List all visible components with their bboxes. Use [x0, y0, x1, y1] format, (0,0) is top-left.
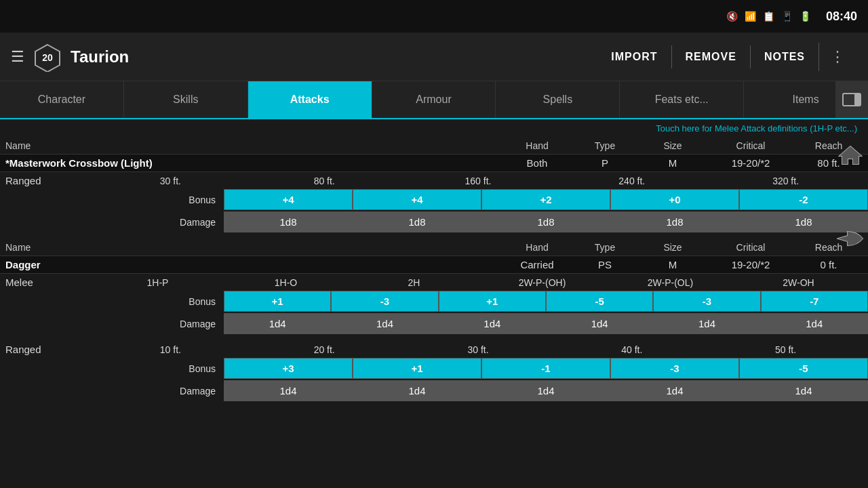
- weapon2-ranged-range-2: 30 ft.: [401, 344, 555, 355]
- weapon2-block: Name Hand Type Size Critical Reach Dagge…: [0, 239, 868, 401]
- weapon2-melee-type: Melee 1H-P 1H-O 2H 2W-P-(OH) 2W-P-(OL) 2…: [0, 274, 868, 291]
- weapon2-ranged-label: Ranged: [5, 344, 94, 355]
- weapon2-ranged-bonus-cells: +3 +1 -1 -3 -5: [224, 358, 868, 379]
- weapon1-damage-row: Damage 1d8 1d8 1d8 1d8 1d8: [0, 211, 868, 232]
- weapon2-ranged-bonus-0[interactable]: +3: [224, 358, 353, 379]
- weapon2-melee-bonus-cells: +1 -3 +1 -5 -3 -7: [224, 291, 868, 312]
- col2-header-type: Type: [571, 242, 639, 253]
- col-header-size: Size: [639, 140, 707, 151]
- weapon2-ranged-damage-row: Damage 1d4 1d4 1d4 1d4 1d4: [0, 380, 868, 401]
- battery-icon: 🔋: [800, 11, 811, 22]
- weapon1-range-type: Ranged 30 ft. 80 ft. 160 ft. 240 ft. 320…: [0, 172, 868, 189]
- weapon2-melee-types: 1H-P 1H-O 2H 2W-P-(OH) 2W-P-(OL) 2W-OH: [94, 277, 863, 288]
- app-bar: ☰ 20 Taurion IMPORT REMOVE NOTES ⋮: [0, 33, 868, 81]
- weapon2-ranged-bonus-3[interactable]: -3: [610, 358, 739, 379]
- weapon2-melee-type-0: 1H-P: [94, 277, 222, 288]
- menu-icon[interactable]: ☰: [11, 48, 24, 66]
- tabs-bar: Character Skills Attacks Armour Spells F…: [0, 81, 868, 119]
- weapon2-ranged-range-3: 40 ft.: [555, 344, 709, 355]
- weapon2-melee-damage-row: Damage 1d4 1d4 1d4 1d4 1d4 1d4: [0, 313, 868, 334]
- weapon2-melee-damage-1[interactable]: 1d4: [331, 313, 438, 334]
- weapon1-bonus-2[interactable]: +2: [481, 189, 610, 210]
- weapon2-melee-damage-2[interactable]: 1d4: [439, 313, 546, 334]
- weapon2-ranged-range-4: 50 ft.: [709, 344, 863, 355]
- weapon2-info[interactable]: Dagger Carried PS M 19-20/*2 0 ft.: [0, 256, 868, 274]
- character-name: Taurion: [71, 47, 597, 66]
- weapon2-melee-bonus-1[interactable]: -3: [331, 291, 438, 312]
- weapon2-type: PS: [571, 259, 639, 270]
- weapon2-melee-bonus-2[interactable]: +1: [439, 291, 546, 312]
- weapon1-range-1: 80 ft.: [248, 176, 401, 186]
- import-button[interactable]: IMPORT: [597, 45, 671, 68]
- status-bar: 🔇 📶 📋 📱 🔋 08:40: [0, 0, 868, 33]
- wifi-icon: 📶: [745, 11, 756, 22]
- weapon2-ranged-bonus-2[interactable]: -1: [481, 358, 610, 379]
- status-time: 08:40: [826, 9, 857, 24]
- weapon2-melee-type-3: 2W-P-(OH): [478, 277, 606, 288]
- mute-icon: 🔇: [726, 11, 738, 22]
- weapon1-info[interactable]: *Masterwork Crossbow (Light) Both P M 19…: [0, 155, 868, 172]
- weapon1-damage-label: Damage: [0, 217, 224, 228]
- weapon2-melee-bonus-3[interactable]: -5: [546, 291, 653, 312]
- weapon1-bonus-label: Bonus: [0, 195, 224, 205]
- svg-marker-5: [840, 146, 861, 164]
- col-header-type: Type: [571, 140, 639, 151]
- melee-hint[interactable]: Touch here for Melee Attack definitions …: [0, 119, 868, 138]
- weapon1-bonus-cells: +4 +4 +2 +0 -2: [224, 189, 868, 210]
- weapon2-melee-bonus-0[interactable]: +1: [224, 291, 331, 312]
- section-divider-2: [0, 336, 868, 341]
- weapon1-damage-3[interactable]: 1d8: [610, 211, 739, 232]
- notes-button[interactable]: NOTES: [750, 45, 818, 68]
- weapon2-melee-damage-3[interactable]: 1d4: [546, 313, 653, 334]
- tab-armour[interactable]: Armour: [372, 81, 496, 118]
- weapon1-bonus-3[interactable]: +0: [610, 189, 739, 210]
- main-content: Touch here for Melee Attack definitions …: [0, 119, 868, 488]
- weapon1-bonus-1[interactable]: +4: [353, 189, 481, 210]
- weapon1-block: Name Hand Type Size Critical Reach *Mast…: [0, 138, 868, 232]
- weapon2-ranged-damage-cells: 1d4 1d4 1d4 1d4 1d4: [224, 380, 868, 401]
- weapon2-melee-bonus-row: Bonus +1 -3 +1 -5 -3 -7: [0, 291, 868, 312]
- weapon2-reach: 0 ft.: [795, 259, 863, 270]
- weapon2-melee-type-5: 2W-OH: [734, 277, 863, 288]
- weapon2-ranged-damage-2[interactable]: 1d4: [481, 380, 610, 401]
- weapon1-attack-type: Ranged: [5, 175, 94, 186]
- weapon2-melee-bonus-5[interactable]: -7: [761, 291, 868, 312]
- weapon2-melee-type-1: 1H-O: [222, 277, 350, 288]
- attacks-content: Touch here for Melee Attack definitions …: [0, 119, 868, 401]
- col2-header-critical: Critical: [707, 242, 795, 253]
- tab-attacks[interactable]: Attacks: [248, 81, 372, 118]
- weapon2-ranged-damage-4[interactable]: 1d4: [739, 380, 868, 401]
- tab-character[interactable]: Character: [0, 81, 124, 118]
- weapon2-melee-damage-label: Damage: [0, 319, 224, 329]
- weapon2-ranged-bonus-row: Bonus +3 +1 -1 -3 -5: [0, 358, 868, 379]
- sidebar-toggle-icon[interactable]: [835, 81, 868, 118]
- weapon2-ranged-damage-1[interactable]: 1d4: [353, 380, 481, 401]
- weapon2-ranged-bonus-4[interactable]: -5: [739, 358, 868, 379]
- weapon2-melee-label: Melee: [5, 277, 94, 288]
- weapon1-damage-2[interactable]: 1d8: [481, 211, 610, 232]
- weapon2-ranged-damage-0[interactable]: 1d4: [224, 380, 353, 401]
- right-panel: [833, 119, 868, 253]
- weapon2-ranged-range-0: 10 ft.: [94, 344, 248, 355]
- home-icon[interactable]: [835, 140, 865, 169]
- col2-header-hand: Hand: [503, 242, 571, 253]
- section-divider: [0, 234, 868, 239]
- weapon1-bonus-0[interactable]: +4: [224, 189, 353, 210]
- tab-feats[interactable]: Feats etc...: [620, 81, 744, 118]
- status-icons: 🔇 📶 📋 📱 🔋 08:40: [726, 9, 857, 24]
- weapon1-damage-0[interactable]: 1d8: [224, 211, 353, 232]
- remove-button[interactable]: REMOVE: [671, 45, 750, 68]
- weapon2-ranged-bonus-1[interactable]: +1: [353, 358, 481, 379]
- weapon1-damage-1[interactable]: 1d8: [353, 211, 481, 232]
- weapon2-melee-damage-5[interactable]: 1d4: [761, 313, 868, 334]
- tab-skills[interactable]: Skills: [124, 81, 248, 118]
- weapon2-melee-damage-0[interactable]: 1d4: [224, 313, 331, 334]
- back-icon[interactable]: [835, 224, 865, 253]
- weapon2-ranged-damage-3[interactable]: 1d4: [610, 380, 739, 401]
- more-options-button[interactable]: ⋮: [818, 43, 857, 71]
- weapon2-melee-bonus-4[interactable]: -3: [653, 291, 760, 312]
- weapon2-melee-damage-4[interactable]: 1d4: [653, 313, 760, 334]
- tab-spells[interactable]: Spells: [496, 81, 620, 118]
- col-header-critical: Critical: [707, 140, 795, 151]
- weapon1-hand: Both: [503, 157, 571, 169]
